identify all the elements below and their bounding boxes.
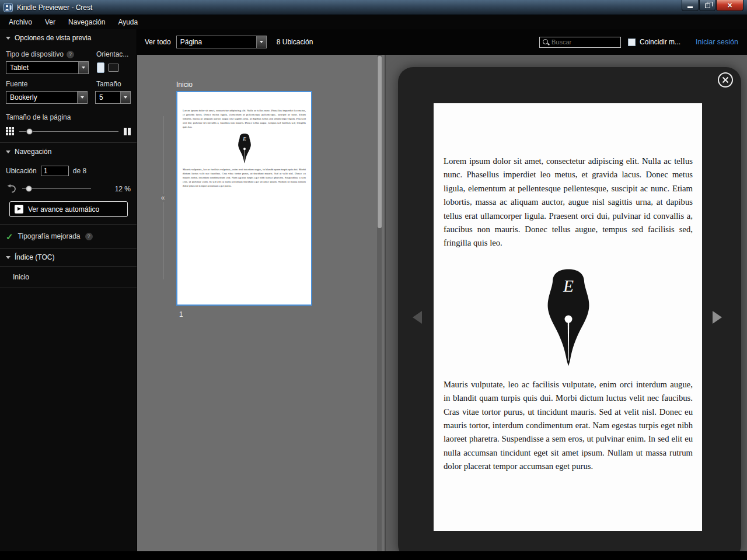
menu-ayuda[interactable]: Ayuda	[111, 16, 144, 29]
minimize-button[interactable]	[682, 0, 699, 11]
device-controls-row: Tablet	[0, 60, 137, 76]
auto-advance-label: Ver avance automático	[28, 205, 99, 214]
menu-ver[interactable]: Ver	[39, 16, 62, 29]
slider-knob[interactable]	[26, 186, 32, 192]
location-row: Ubicación de 8	[0, 160, 137, 180]
bottom-bar	[0, 551, 747, 560]
device-type-value: Tablet	[6, 62, 78, 74]
search-icon	[542, 38, 549, 46]
chevron-down-icon	[77, 92, 87, 103]
play-icon	[15, 205, 23, 214]
help-icon[interactable]: ?	[85, 233, 93, 240]
section-preview-options[interactable]: Opciones de vista previa	[0, 29, 137, 47]
location-total-label: de 8	[73, 167, 86, 175]
device-labels-row: Tipo de dispositivo ? Orientac...	[0, 47, 137, 60]
location-count-label: 8 Ubicación	[277, 38, 313, 46]
grid-view-icon[interactable]	[6, 127, 14, 135]
progress-row: 12 %	[0, 180, 137, 195]
page-paragraph-2: Mauris vulputate, leo ac facilisis vulpu…	[444, 378, 693, 474]
minimize-icon	[687, 6, 693, 8]
svg-text:E: E	[563, 276, 574, 295]
section-title: Navegación	[15, 148, 51, 156]
kindle-previewer-window: Kindle Previewer - Crest × Archivo Ver N…	[0, 0, 747, 560]
pen-nib-image: E	[538, 267, 599, 368]
font-controls-row: Bookerly 5	[0, 89, 137, 106]
thumbnail-chapter-label: Inicio	[176, 80, 193, 89]
orientation-portrait-icon[interactable]	[97, 62, 104, 73]
two-page-view-icon[interactable]	[124, 128, 131, 135]
section-title: Índice (TOC)	[15, 253, 54, 261]
auto-advance-button[interactable]: Ver avance automático	[9, 201, 128, 217]
back-arrow-icon[interactable]	[6, 184, 17, 193]
progress-slider[interactable]	[22, 185, 91, 192]
pen-nib-image: E	[235, 133, 254, 164]
book-page: Lorem ipsum dolor sit amet, consectetur …	[434, 103, 702, 531]
match-case-label: Coincidir m...	[640, 38, 680, 46]
page-paragraph-1: Lorem ipsum dolor sit amet, consectetur …	[444, 155, 693, 250]
thumbnail-page-number: 1	[179, 310, 183, 318]
thumbnail-paragraph-1: Lorem ipsum dolor sit amet, consectetur …	[183, 108, 306, 129]
window-title: Kindle Previewer - Crest	[17, 4, 92, 12]
toc-item-inicio[interactable]: Inicio	[0, 267, 137, 288]
device-type-dropdown[interactable]: Tablet	[6, 61, 89, 74]
font-label: Fuente	[6, 80, 27, 88]
font-size-dropdown[interactable]: 5	[95, 91, 131, 104]
font-labels-row: Fuente Tamaño	[0, 76, 137, 89]
match-case-checkbox[interactable]	[628, 38, 636, 46]
preview-toolbar: Ver todo Página 8 Ubicación Coincidir m.…	[137, 29, 747, 55]
search-input[interactable]	[551, 38, 618, 46]
previous-page-arrow[interactable]	[413, 311, 422, 324]
enhanced-typography-label: Tipografía mejorada	[18, 232, 81, 240]
section-toc[interactable]: Índice (TOC)	[0, 249, 137, 266]
help-icon[interactable]: ?	[67, 51, 74, 58]
search-box	[539, 37, 621, 48]
next-page-arrow[interactable]	[713, 311, 722, 324]
panel-collapse-handle[interactable]: «	[159, 116, 166, 279]
page-size-slider[interactable]	[19, 128, 118, 135]
view-mode-dropdown[interactable]: Página	[176, 36, 267, 48]
font-value: Bookerly	[6, 92, 77, 103]
page-thumbnail[interactable]: Lorem ipsum dolor sit amet, consectetur …	[176, 91, 312, 306]
location-label: Ubicación	[6, 167, 37, 175]
restore-icon	[705, 4, 710, 8]
size-label: Tamaño	[96, 80, 121, 88]
svg-text:E: E	[242, 136, 246, 142]
checkmark-icon: ✓	[6, 233, 13, 240]
thumbnail-scrollbar[interactable]	[377, 55, 382, 551]
thumbnail-paragraph-2: Mauris vulputate, leo ac facilisis vulpu…	[183, 167, 306, 188]
enhanced-typography-row: ✓ Tipografía mejorada ?	[0, 225, 137, 248]
close-preview-button[interactable]	[717, 72, 734, 88]
scrollbar-thumb[interactable]	[378, 56, 382, 228]
menu-bar: Archivo Ver Navegación Ayuda	[0, 15, 747, 29]
device-type-label: Tipo de dispositivo	[6, 50, 64, 58]
close-icon: ×	[727, 1, 732, 10]
view-mode-value: Página	[177, 36, 256, 48]
orientation-landscape-icon[interactable]	[108, 64, 119, 72]
section-title: Opciones de vista previa	[15, 34, 91, 42]
orientation-toggle	[97, 62, 119, 73]
restore-button[interactable]	[699, 0, 715, 11]
title-bar: Kindle Previewer - Crest ×	[0, 0, 747, 15]
sign-in-link[interactable]: Iniciar sesión	[696, 38, 738, 46]
menu-navegacion[interactable]: Navegación	[62, 16, 111, 29]
chevron-down-icon	[6, 37, 11, 40]
chevron-down-icon	[256, 36, 266, 48]
app-icon	[4, 3, 13, 12]
menu-archivo[interactable]: Archivo	[2, 16, 39, 29]
thumbnail-panel: « Inicio Lorem ipsum dolor sit amet, con…	[137, 55, 385, 551]
sidebar: Opciones de vista previa Tipo de disposi…	[0, 29, 137, 560]
section-navigation[interactable]: Navegación	[0, 143, 137, 160]
tablet-frame: Lorem ipsum dolor sit amet, consectetur …	[398, 67, 741, 551]
window-controls: ×	[682, 0, 743, 11]
divider	[0, 288, 137, 288]
slider-knob[interactable]	[26, 128, 33, 135]
page-size-controls	[0, 123, 137, 142]
collapse-chevrons-icon: «	[161, 194, 165, 202]
close-window-button[interactable]: ×	[716, 0, 743, 11]
font-dropdown[interactable]: Bookerly	[6, 91, 88, 104]
orientation-label: Orientac...	[96, 50, 128, 58]
location-input[interactable]	[41, 166, 69, 176]
page-size-label: Tamaño de la página	[0, 106, 137, 123]
chevron-down-icon	[120, 92, 130, 103]
progress-percent: 12 %	[115, 185, 131, 193]
